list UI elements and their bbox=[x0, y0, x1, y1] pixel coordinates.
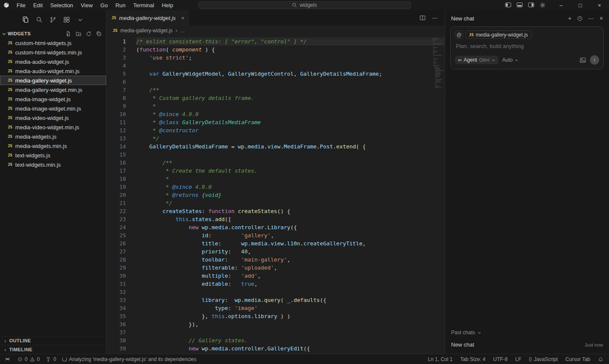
line-text[interactable]: }, this.options.library ) ) bbox=[126, 312, 290, 320]
remote-indicator[interactable]: >< bbox=[0, 354, 14, 364]
code-line-31[interactable]: 31 editable: true, bbox=[106, 280, 445, 288]
menu-edit[interactable]: Edit bbox=[29, 0, 46, 10]
code-line-23[interactable]: 23 this.states.add([ bbox=[106, 215, 445, 223]
line-number[interactable]: 23 bbox=[106, 215, 126, 223]
line-number[interactable]: 4 bbox=[106, 62, 126, 70]
line-text[interactable]: * @class GalleryDetailsMediaFrame bbox=[126, 118, 261, 126]
line-number[interactable]: 3 bbox=[106, 54, 126, 62]
line-text[interactable]: library: wp.media.query( _.defaults({ bbox=[126, 296, 326, 304]
toggle-primary-sidebar-icon[interactable] bbox=[505, 2, 511, 9]
line-text[interactable]: */ bbox=[126, 199, 172, 207]
close-window-button[interactable]: × bbox=[590, 0, 609, 10]
line-text[interactable]: new wp.media.controller.Library({ bbox=[126, 223, 297, 231]
code-line-10[interactable]: 10 * @since 4.9.0 bbox=[106, 110, 445, 118]
file-item-media-widgets.min.js[interactable]: JSmedia-widgets.min.js bbox=[0, 141, 106, 151]
line-text[interactable]: /* eslint consistent-this: [ "error", "c… bbox=[126, 37, 307, 46]
model-selector[interactable]: Auto bbox=[502, 57, 518, 63]
line-number[interactable]: 34 bbox=[106, 304, 126, 312]
code-line-32[interactable]: 32 bbox=[106, 288, 445, 296]
code-line-4[interactable]: 4 bbox=[106, 62, 445, 70]
code-line-21[interactable]: 21 */ bbox=[106, 199, 445, 207]
past-chats-toggle[interactable]: Past chats bbox=[445, 327, 609, 338]
agent-mode-selector[interactable]: ∞ Agent Ctrl+I bbox=[455, 56, 498, 64]
search-sidebar-icon[interactable] bbox=[32, 13, 46, 26]
section-outline[interactable]: ›OUTLINE bbox=[0, 336, 106, 345]
line-number[interactable]: 7 bbox=[106, 86, 126, 94]
code-line-2[interactable]: 2(function( component ) { bbox=[106, 46, 445, 54]
file-item-media-gallery-widget.js[interactable]: JSmedia-gallery-widget.js bbox=[0, 76, 106, 85]
line-text[interactable]: id: 'gallery', bbox=[126, 231, 274, 239]
code-line-13[interactable]: 13 */ bbox=[106, 134, 445, 142]
code-line-30[interactable]: 30 multiple: 'add', bbox=[106, 272, 445, 280]
menu-view[interactable]: View bbox=[77, 0, 97, 10]
line-text[interactable]: * @returns {void} bbox=[126, 191, 221, 199]
line-text[interactable]: * @constructor bbox=[126, 126, 198, 134]
line-number[interactable]: 22 bbox=[106, 207, 126, 215]
extensions-icon[interactable] bbox=[60, 13, 73, 26]
file-item-custom-html-widgets.js[interactable]: JScustom-html-widgets.js bbox=[0, 38, 106, 48]
line-text[interactable] bbox=[126, 78, 136, 86]
language-mode[interactable]: {} JavaScript bbox=[525, 354, 562, 364]
line-text[interactable]: * @since 4.9.0 bbox=[126, 110, 198, 118]
code-line-20[interactable]: 20 * @returns {void} bbox=[106, 191, 445, 199]
line-number[interactable]: 20 bbox=[106, 191, 126, 199]
command-center-search[interactable]: widgets bbox=[198, 1, 411, 9]
problems-indicator[interactable]: 0 0 bbox=[14, 354, 43, 364]
file-item-media-image-widget.js[interactable]: JSmedia-image-widget.js bbox=[0, 94, 106, 104]
tab-close-icon[interactable]: × bbox=[181, 15, 185, 21]
notifications-bell-icon[interactable] bbox=[594, 354, 607, 364]
new-chat-plus-icon[interactable]: + bbox=[568, 15, 572, 22]
editor-more-actions-icon[interactable]: ⋯ bbox=[432, 14, 438, 21]
line-number[interactable]: 21 bbox=[106, 199, 126, 207]
code-line-22[interactable]: 22 createStates: function createStates()… bbox=[106, 207, 445, 215]
code-line-1[interactable]: 1/* eslint consistent-this: [ "error", "… bbox=[106, 37, 445, 46]
explorer-section-header[interactable]: WIDGETS bbox=[0, 29, 106, 38]
line-number[interactable]: 32 bbox=[106, 288, 126, 296]
line-text[interactable]: * Create the default states. bbox=[126, 167, 257, 175]
cursor-tab-status[interactable]: Cursor Tab bbox=[562, 354, 594, 364]
line-text[interactable]: var GalleryWidgetModel, GalleryWidgetCon… bbox=[126, 70, 382, 78]
menu-help[interactable]: Help bbox=[158, 0, 177, 10]
line-text[interactable]: new wp.media.controller.GalleryEdit({ bbox=[126, 344, 310, 353]
code-line-6[interactable]: 6 bbox=[106, 78, 445, 86]
indentation-setting[interactable]: Tab Size: 4 bbox=[456, 354, 489, 364]
line-text[interactable]: (function( component ) { bbox=[126, 46, 215, 54]
chat-close-icon[interactable]: × bbox=[600, 15, 603, 22]
code-line-33[interactable]: 33 library: wp.media.query( _.defaults({ bbox=[106, 296, 445, 304]
line-text[interactable]: /** bbox=[126, 86, 159, 94]
code-line-25[interactable]: 25 id: 'gallery', bbox=[106, 231, 445, 239]
line-number[interactable]: 33 bbox=[106, 296, 126, 304]
line-number[interactable]: 1 bbox=[106, 37, 126, 46]
line-text[interactable]: // Gallery states. bbox=[126, 336, 248, 344]
send-button[interactable]: ↑ bbox=[590, 55, 599, 65]
maximize-button[interactable]: □ bbox=[571, 0, 590, 10]
new-file-icon[interactable] bbox=[66, 31, 71, 37]
line-number[interactable]: 14 bbox=[106, 142, 126, 151]
code-line-36[interactable]: 36 }), bbox=[106, 320, 445, 328]
line-text[interactable] bbox=[126, 62, 136, 70]
line-number[interactable]: 6 bbox=[106, 78, 126, 86]
file-item-text-widgets.js[interactable]: JStext-widgets.js bbox=[0, 151, 106, 160]
menu-file[interactable]: File bbox=[13, 0, 29, 10]
line-number[interactable]: 13 bbox=[106, 134, 126, 142]
context-file-pill[interactable]: JS media-gallery-widget.js bbox=[466, 31, 532, 39]
code-line-9[interactable]: 9 * bbox=[106, 102, 445, 110]
code-line-37[interactable]: 37 bbox=[106, 328, 445, 336]
line-number[interactable]: 25 bbox=[106, 231, 126, 239]
code-line-5[interactable]: 5 var GalleryWidgetModel, GalleryWidgetC… bbox=[106, 70, 445, 78]
line-text[interactable]: priority: 40, bbox=[126, 247, 251, 256]
line-number[interactable]: 36 bbox=[106, 320, 126, 328]
line-number[interactable]: 26 bbox=[106, 239, 126, 247]
line-number[interactable]: 35 bbox=[106, 312, 126, 320]
code-line-16[interactable]: 16 /** bbox=[106, 159, 445, 167]
code-line-8[interactable]: 8 * Custom gallery details frame. bbox=[106, 94, 445, 102]
file-item-media-audio-widget.js[interactable]: JSmedia-audio-widget.js bbox=[0, 57, 106, 66]
code-line-18[interactable]: 18 * bbox=[106, 175, 445, 183]
chat-history-icon[interactable] bbox=[577, 16, 583, 21]
line-number[interactable]: 31 bbox=[106, 280, 126, 288]
line-text[interactable]: title: wp.media.view.l10n.createGalleryT… bbox=[126, 239, 366, 247]
settings-gear-icon[interactable] bbox=[540, 2, 546, 8]
line-number[interactable]: 18 bbox=[106, 175, 126, 183]
breadcrumb-symbol[interactable]: ... bbox=[180, 28, 185, 34]
file-item-media-audio-widget.min.js[interactable]: JSmedia-audio-widget.min.js bbox=[0, 66, 106, 76]
